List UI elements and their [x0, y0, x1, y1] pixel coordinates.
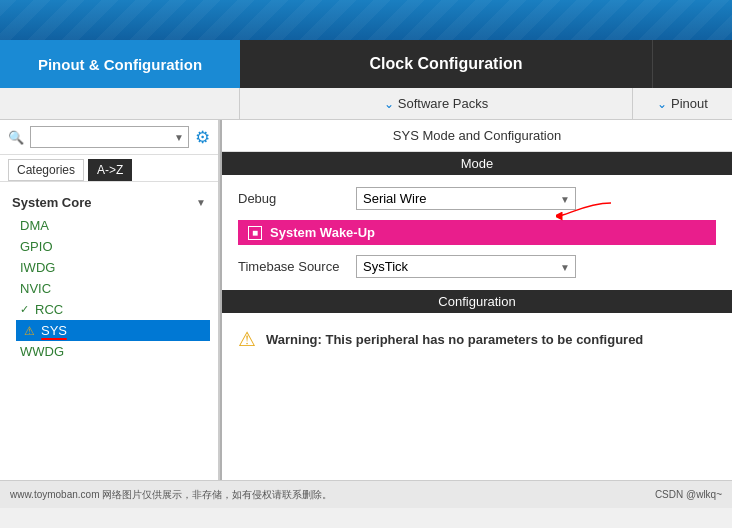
- iwdg-label: IWDG: [20, 260, 55, 275]
- content-title: SYS Mode and Configuration: [222, 120, 732, 152]
- timebase-label: Timebase Source: [238, 259, 348, 274]
- warning-icon-sys: ⚠: [24, 324, 35, 338]
- debug-row: Debug Serial Wire ▼: [238, 187, 716, 210]
- sidebar-item-wwdg[interactable]: WWDG: [16, 341, 210, 362]
- check-icon: ✓: [20, 303, 29, 316]
- wake-up-label: System Wake-Up: [270, 225, 375, 240]
- rcc-label: RCC: [35, 302, 63, 317]
- mode-form: Debug Serial Wire ▼ ■ System Wake-Up: [222, 175, 732, 290]
- warning-icon: ⚠: [238, 327, 256, 351]
- search-input-wrapper[interactable]: ▼: [30, 126, 189, 148]
- chevron-down-icon-2: ⌄: [657, 97, 667, 111]
- wake-up-checkbox[interactable]: ■: [248, 226, 262, 240]
- sidebar-item-nvic[interactable]: NVIC: [16, 278, 210, 299]
- software-packs-label: Software Packs: [398, 96, 488, 111]
- config-section-header: Configuration: [222, 290, 732, 313]
- gear-icon[interactable]: ⚙: [195, 127, 210, 148]
- tab-right-edge: [652, 40, 732, 88]
- sidebar-items: DMA GPIO IWDG NVIC ✓: [8, 215, 210, 362]
- dma-label: DMA: [20, 218, 49, 233]
- header-tabs: Pinout & Configuration Clock Configurati…: [0, 40, 732, 88]
- debug-select[interactable]: Serial Wire: [356, 187, 576, 210]
- sidebar-tabs: Categories A->Z: [0, 155, 218, 182]
- sidebar-item-iwdg[interactable]: IWDG: [16, 257, 210, 278]
- system-core-section: System Core ▼ DMA GPIO IWDG: [0, 190, 218, 362]
- pinout-label: Pinout: [671, 96, 708, 111]
- sub-header-software-packs[interactable]: ⌄ Software Packs: [240, 88, 632, 119]
- debug-label: Debug: [238, 191, 348, 206]
- sidebar-item-sys[interactable]: ⚠ SYS: [16, 320, 210, 341]
- mode-section-header: Mode: [222, 152, 732, 175]
- sidebar-item-dma[interactable]: DMA: [16, 215, 210, 236]
- tab-clock[interactable]: Clock Configuration: [240, 40, 652, 88]
- timebase-row: Timebase Source SysTick ▼: [238, 255, 716, 278]
- sidebar-item-gpio[interactable]: GPIO: [16, 236, 210, 257]
- debug-select-wrapper[interactable]: Serial Wire ▼: [356, 187, 576, 210]
- tab-categories[interactable]: Categories: [8, 159, 84, 181]
- content-area: SYS Mode and Configuration Mode Debug Se…: [220, 120, 732, 480]
- sidebar-item-rcc[interactable]: ✓ RCC: [16, 299, 210, 320]
- warning-row: ⚠ Warning: This peripheral has no parame…: [222, 313, 732, 365]
- timebase-select-wrapper[interactable]: SysTick ▼: [356, 255, 576, 278]
- checkbox-check-icon: ■: [252, 228, 258, 238]
- nvic-label: NVIC: [20, 281, 51, 296]
- tab-pinout[interactable]: Pinout & Configuration: [0, 40, 240, 88]
- sidebar-search-row: 🔍 ▼ ⚙: [0, 120, 218, 155]
- search-input[interactable]: [35, 130, 174, 144]
- gpio-label: GPIO: [20, 239, 53, 254]
- footer-right: CSDN @wlkq~: [655, 489, 722, 500]
- wwdg-label: WWDG: [20, 344, 64, 359]
- system-core-title: System Core: [12, 195, 91, 210]
- sidebar: 🔍 ▼ ⚙ Categories A->Z System Core: [0, 120, 220, 480]
- tab-pinout-label: Pinout & Configuration: [38, 56, 202, 73]
- timebase-select[interactable]: SysTick: [356, 255, 576, 278]
- search-icon: 🔍: [8, 130, 24, 145]
- tab-atoz[interactable]: A->Z: [88, 159, 132, 181]
- tab-clock-label: Clock Configuration: [370, 55, 523, 73]
- collapse-arrow-icon: ▼: [196, 197, 206, 208]
- wake-up-row: ■ System Wake-Up: [238, 220, 716, 245]
- sys-label: SYS: [41, 323, 67, 338]
- warning-text: Warning: This peripheral has no paramete…: [266, 332, 643, 347]
- sub-header: ⌄ Software Packs ⌄ Pinout: [0, 88, 732, 120]
- dropdown-arrow-icon[interactable]: ▼: [174, 132, 184, 143]
- chevron-down-icon: ⌄: [384, 97, 394, 111]
- footer-left: www.toymoban.com 网络图片仅供展示，非存储，如有侵权请联系删除。: [10, 488, 332, 502]
- annotation-arrow: [556, 198, 616, 222]
- main-layout: 🔍 ▼ ⚙ Categories A->Z System Core: [0, 120, 732, 480]
- top-bar: [0, 0, 732, 40]
- sub-header-pinout[interactable]: ⌄ Pinout: [632, 88, 732, 119]
- sub-header-left: [0, 88, 240, 119]
- system-core-header[interactable]: System Core ▼: [8, 190, 210, 215]
- sidebar-content: System Core ▼ DMA GPIO IWDG: [0, 182, 218, 480]
- footer: www.toymoban.com 网络图片仅供展示，非存储，如有侵权请联系删除。…: [0, 480, 732, 508]
